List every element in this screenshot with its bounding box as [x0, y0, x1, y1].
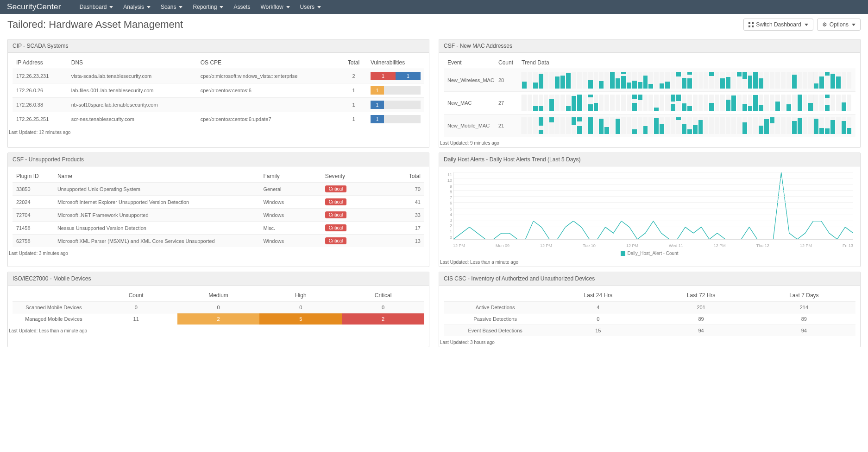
panel-timestamp: Last Updated: 9 minutes ago	[439, 139, 860, 147]
vuln-segment[interactable]	[384, 86, 421, 95]
cell-total: 33	[371, 209, 424, 222]
chart-legend: Daily_Host_Alert - Count	[444, 251, 855, 256]
cell-cpe: cpe:/o:centos:centos:6:update7	[197, 112, 340, 127]
vuln-segment[interactable]: 1	[371, 115, 384, 123]
col-header: Count	[495, 57, 518, 69]
cell-total: 1	[340, 98, 367, 112]
col-header: IP Address	[13, 57, 68, 69]
severity-badge: Critical	[325, 224, 347, 231]
table-row[interactable]: Active Detections4201214	[444, 302, 855, 313]
col-header: Total	[371, 170, 424, 182]
cell-total: 17	[371, 222, 424, 235]
cell-value: 5	[259, 313, 342, 325]
vuln-segment[interactable]: 1	[371, 101, 384, 109]
panel-cis: CIS CSC - Inventory of Authorized and Un…	[439, 272, 861, 347]
cell-value: 0	[342, 302, 424, 313]
nav-item-reporting[interactable]: Reporting	[193, 4, 223, 10]
cell-family: Windows	[259, 235, 321, 248]
cell-ip: 172.26.0.38	[13, 98, 68, 112]
col-header: Last 7 Days	[753, 289, 855, 302]
panel-title: ISO/IEC27000 - Mobile Devices	[8, 272, 429, 286]
cell-dns: lab-files-001.lab.tenablesecurity.com	[68, 83, 197, 98]
cell-value: 0	[95, 302, 177, 313]
cell-severity: Critical	[321, 183, 371, 196]
cell-value: 89	[650, 313, 753, 325]
cell-vulnbar: 1	[367, 98, 424, 112]
table-row[interactable]: 172.26.0.38nb-sol10sparc.lab.tenablesecu…	[13, 98, 424, 112]
col-header: OS CPE	[197, 57, 340, 69]
panel-title: Daily Host Alerts - Daily Host Alerts Tr…	[439, 153, 860, 166]
table-row[interactable]: 62758Microsoft XML Parser (MSXML) and XM…	[13, 235, 424, 248]
cell-dns: nb-sol10sparc.lab.tenablesecurity.com	[68, 98, 197, 112]
chevron-down-icon	[109, 6, 113, 8]
severity-badge: Critical	[325, 237, 347, 244]
table-row[interactable]: 71458Nessus Unsupported Version Detectio…	[13, 222, 424, 235]
grid-icon	[748, 22, 754, 27]
nav-item-analysis[interactable]: Analysis	[123, 4, 151, 10]
chevron-down-icon	[286, 6, 290, 8]
severity-badge: Critical	[325, 211, 347, 218]
cell-label: Event Based Detections	[444, 325, 547, 337]
cell-event: New_MAC	[444, 92, 495, 115]
panel-host-alerts: Daily Host Alerts - Daily Host Alerts Tr…	[439, 153, 861, 267]
nav-menu: DashboardAnalysisScansReportingAssetsWor…	[80, 4, 321, 10]
page-title: Tailored: Hardware Asset Management	[7, 19, 183, 31]
table-row[interactable]: New_MAC27	[444, 92, 855, 115]
nav-item-assets[interactable]: Assets	[233, 4, 250, 10]
table-row[interactable]: Event Based Detections159494	[444, 325, 855, 337]
table-row[interactable]: Passive Detections08989	[444, 313, 855, 325]
table-row[interactable]: 22024Microsoft Internet Explorer Unsuppo…	[13, 196, 424, 209]
nav-item-workflow[interactable]: Workflow	[260, 4, 289, 10]
table-row[interactable]: 172.26.25.251scr-nes.tenablesecurity.com…	[13, 112, 424, 127]
cell-dns: scr-nes.tenablesecurity.com	[68, 112, 197, 127]
table-row[interactable]: Managed Mobile Devices11252	[13, 313, 424, 325]
table-row[interactable]: 172.26.23.231vista-scada.lab.tenablesecu…	[13, 69, 424, 83]
cell-event: New_Wireless_MAC	[444, 69, 495, 92]
col-header: Family	[259, 170, 321, 182]
table-row[interactable]: 72704Microsoft .NET Framework Unsupporte…	[13, 209, 424, 222]
table-row[interactable]: New_Mobile_MAC21	[444, 115, 855, 137]
chevron-down-icon	[179, 6, 182, 8]
cell-value: 214	[753, 302, 855, 313]
table-row[interactable]: 172.26.0.26lab-files-001.lab.tenablesecu…	[13, 83, 424, 98]
table-scroll[interactable]: 33850Unsupported Unix Operating SystemGe…	[13, 182, 424, 247]
vuln-segment[interactable]: 1	[371, 72, 396, 80]
col-header: Severity	[321, 170, 371, 182]
nav-item-scans[interactable]: Scans	[161, 4, 182, 10]
dashboard-grid: CIP - SCADA Systems IP AddressDNSOS CPET…	[0, 34, 868, 357]
cell-total: 1	[340, 112, 367, 127]
cell-vulnbar: 1	[367, 112, 424, 127]
nav-item-users[interactable]: Users	[300, 4, 321, 10]
cell-dns: vista-scada.lab.tenablesecurity.com	[68, 69, 197, 83]
vuln-segment[interactable]	[384, 115, 421, 123]
cell-name: Microsoft .NET Framework Unsupported	[54, 209, 260, 222]
chevron-down-icon	[805, 24, 808, 26]
cell-pluginid: 71458	[13, 222, 54, 235]
col-header: High	[259, 289, 342, 302]
table-row[interactable]: New_Wireless_MAC28	[444, 69, 855, 92]
col-header	[444, 289, 547, 302]
cell-value: 0	[177, 302, 260, 313]
cell-trend	[518, 69, 855, 92]
switch-dashboard-button[interactable]: Switch Dashboard	[743, 19, 813, 31]
col-header: DNS	[68, 57, 197, 69]
options-button[interactable]: Options	[817, 19, 861, 31]
table-row[interactable]: 33850Unsupported Unix Operating SystemGe…	[13, 183, 424, 196]
chevron-down-icon	[317, 6, 321, 8]
table-row[interactable]: Scanned Mobile Devices0000	[13, 302, 424, 313]
vuln-segment[interactable]: 1	[396, 72, 421, 80]
panel-scada: CIP - SCADA Systems IP AddressDNSOS CPET…	[7, 39, 429, 148]
severity-badge: Critical	[325, 185, 347, 192]
panel-mobile: ISO/IEC27000 - Mobile Devices CountMediu…	[7, 272, 429, 347]
nav-item-dashboard[interactable]: Dashboard	[80, 4, 113, 10]
cell-pluginid: 22024	[13, 196, 54, 209]
panel-timestamp: Last Updated: Less than a minute ago	[8, 326, 429, 335]
scada-table: IP AddressDNSOS CPETotalVulnerabilities …	[13, 57, 424, 126]
vuln-segment[interactable]	[384, 101, 421, 109]
col-header: Critical	[342, 289, 424, 302]
vuln-segment[interactable]: 1	[371, 86, 384, 95]
cell-vulnbar: 11	[367, 69, 424, 83]
cell-value: 15	[547, 325, 649, 337]
page-header: Tailored: Hardware Asset Management Swit…	[0, 14, 868, 34]
mac-table: EventCountTrend Data New_Wireless_MAC28N…	[444, 57, 855, 137]
